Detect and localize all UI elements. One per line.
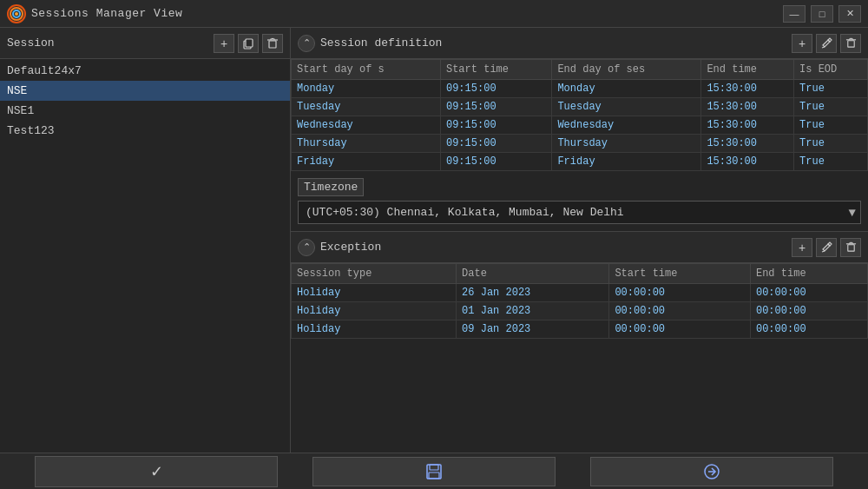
session-def-cell: Thursday (552, 135, 701, 153)
session-def-cell: 15:30:00 (701, 116, 794, 135)
svg-rect-24 (430, 465, 438, 470)
session-def-row[interactable]: Monday09:15:00Monday15:30:00True (292, 80, 868, 98)
exception-col-header: Start time (609, 264, 751, 284)
session-def-cell: 09:15:00 (440, 153, 551, 171)
exception-cell: Holiday (292, 284, 457, 302)
session-toolbar: + (214, 34, 283, 53)
add-session-def-button[interactable]: + (792, 34, 812, 53)
exception-table-header: Session typeDateStart timeEnd time (292, 264, 868, 284)
session-def-table-container: Start day of sStart timeEnd day of sesEn… (291, 59, 868, 171)
bottom-bar: ✓ (0, 453, 868, 489)
exception-col-header: End time (750, 264, 867, 284)
session-header: Session + (0, 28, 290, 59)
minimize-button[interactable]: — (783, 5, 806, 23)
title-bar: Sessions Manager View — □ ✕ (0, 0, 868, 28)
session-definition-section: ⌃ Session definition + (291, 28, 868, 171)
session-def-cell: Thursday (292, 135, 441, 153)
edit-session-def-button[interactable] (816, 34, 837, 53)
timezone-select[interactable]: (UTC+05:30) Chennai, Kolkata, Mumbai, Ne… (298, 201, 861, 224)
session-def-row[interactable]: Friday09:15:00Friday15:30:00True (292, 153, 868, 171)
session-list-item[interactable]: NSE (0, 81, 290, 101)
edit-exception-button[interactable] (816, 238, 837, 257)
exception-collapse-button[interactable]: ⌃ (298, 239, 315, 256)
svg-rect-12 (847, 41, 853, 47)
session-def-cell: True (794, 153, 868, 171)
exception-cell: 00:00:00 (609, 284, 751, 302)
confirm-button[interactable]: ✓ (35, 456, 278, 487)
exception-cell: 00:00:00 (750, 320, 867, 339)
save-button[interactable] (312, 457, 556, 486)
exception-header-left: ⌃ Exception (298, 239, 381, 256)
session-def-cell: 09:15:00 (440, 135, 551, 153)
delete-session-def-button[interactable] (840, 34, 861, 53)
session-panel-title: Session (7, 36, 55, 50)
delete-session-def-icon (845, 37, 857, 49)
copy-icon (242, 37, 254, 50)
exception-col-header: Session type (292, 264, 457, 284)
session-def-table-header: Start day of sStart timeEnd day of sesEn… (292, 60, 868, 80)
session-def-cell: 09:15:00 (440, 116, 551, 135)
exception-title: Exception (320, 241, 381, 254)
session-def-table-body: Monday09:15:00Monday15:30:00TrueTuesday0… (292, 80, 868, 171)
exception-row[interactable]: Holiday01 Jan 202300:00:0000:00:00 (292, 302, 868, 320)
timezone-label: Timezone (298, 178, 364, 196)
session-def-cell: 09:15:00 (440, 98, 551, 116)
exception-toolbar: + (792, 238, 861, 257)
exception-table: Session typeDateStart timeEnd time Holid… (291, 263, 868, 339)
copy-session-button[interactable] (238, 34, 259, 53)
timezone-section: Timezone (UTC+05:30) Chennai, Kolkata, M… (291, 171, 868, 232)
session-def-cell: Tuesday (552, 98, 701, 116)
session-def-col-header: Start day of s (292, 60, 441, 80)
exception-cell: 00:00:00 (750, 302, 867, 320)
exit-icon (703, 463, 720, 480)
svg-rect-25 (429, 472, 439, 479)
exception-col-header: Date (457, 264, 609, 284)
app-title: Sessions Manager View (31, 7, 182, 20)
timezone-select-wrapper: (UTC+05:30) Chennai, Kolkata, Mumbai, Ne… (298, 201, 861, 224)
session-def-cell: True (794, 80, 868, 98)
delete-icon (266, 37, 279, 50)
session-def-col-header: Is EOD (794, 60, 868, 80)
svg-line-11 (822, 47, 825, 48)
session-def-row[interactable]: Thursday09:15:00Thursday15:30:00True (292, 135, 868, 153)
session-def-header: ⌃ Session definition + (291, 28, 868, 59)
session-def-cell: Wednesday (292, 116, 441, 135)
add-exception-button[interactable]: + (792, 238, 812, 257)
right-panel: ⌃ Session definition + (291, 28, 868, 453)
delete-exception-button[interactable] (840, 238, 861, 257)
session-def-cell: 09:15:00 (440, 80, 551, 98)
delete-exception-icon (845, 241, 857, 253)
title-bar-left: Sessions Manager View (7, 4, 182, 23)
exception-table-container: Session typeDateStart timeEnd time Holid… (291, 263, 868, 453)
session-def-col-header: End time (701, 60, 794, 80)
session-def-collapse-button[interactable]: ⌃ (298, 35, 315, 52)
session-def-cell: Monday (292, 80, 441, 98)
exception-cell: 00:00:00 (609, 302, 751, 320)
edit-icon (821, 37, 832, 49)
session-def-cell: 15:30:00 (701, 135, 794, 153)
session-list-item[interactable]: NSE1 (0, 101, 290, 121)
svg-rect-5 (246, 39, 253, 47)
edit-exception-icon (821, 241, 832, 253)
session-def-row[interactable]: Wednesday09:15:00Wednesday15:30:00True (292, 116, 868, 135)
exception-row[interactable]: Holiday26 Jan 202300:00:0000:00:00 (292, 284, 868, 302)
delete-session-button[interactable] (262, 34, 283, 53)
app-logo (7, 4, 26, 23)
close-button[interactable]: ✕ (838, 5, 861, 23)
right-panel-content: ⌃ Session definition + (291, 28, 868, 453)
session-list-item[interactable]: Default24x7 (0, 61, 290, 81)
left-panel: Session + (0, 28, 291, 453)
session-list-item[interactable]: Test123 (0, 121, 290, 141)
exception-table-body: Holiday26 Jan 202300:00:0000:00:00Holida… (292, 284, 868, 339)
exit-button[interactable] (590, 457, 833, 486)
session-def-cell: True (794, 135, 868, 153)
session-def-title: Session definition (320, 36, 442, 50)
exception-row[interactable]: Holiday09 Jan 202300:00:0000:00:00 (292, 320, 868, 339)
add-session-button[interactable]: + (214, 34, 234, 53)
maximize-button[interactable]: □ (811, 5, 833, 23)
session-def-cell: Wednesday (552, 116, 701, 135)
session-def-row[interactable]: Tuesday09:15:00Tuesday15:30:00True (292, 98, 868, 116)
exception-cell: 09 Jan 2023 (457, 320, 609, 339)
exception-cell: 01 Jan 2023 (457, 302, 609, 320)
exception-cell: Holiday (292, 320, 457, 339)
